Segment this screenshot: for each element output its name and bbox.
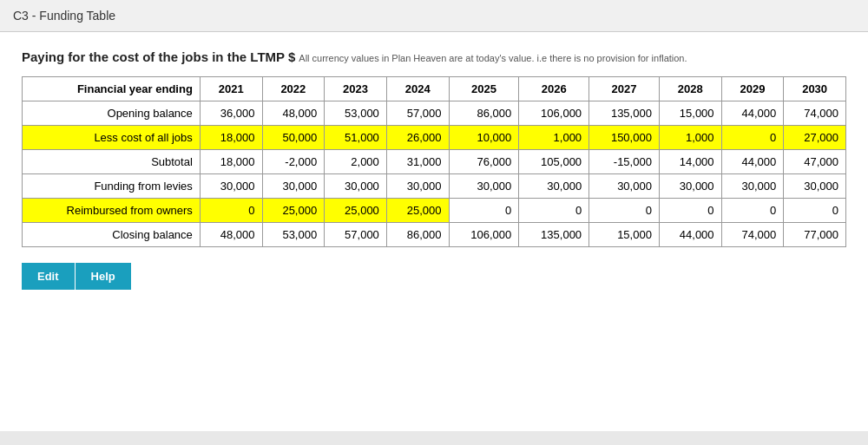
col-header-year: 2022 [262, 77, 325, 101]
edit-button[interactable]: Edit [22, 263, 75, 290]
table-cell: -2,000 [262, 150, 325, 174]
table-cell: 36,000 [200, 101, 262, 126]
table-cell: 0 [519, 199, 589, 223]
table-cell: 53,000 [325, 101, 387, 126]
table-cell: 30,000 [721, 174, 784, 199]
table-cell: -15,000 [589, 150, 660, 174]
row-label: Reimbursed from owners [23, 199, 201, 223]
table-cell: 44,000 [721, 101, 784, 126]
col-header-year: 2027 [589, 77, 660, 101]
table-cell: 30,000 [325, 174, 387, 199]
table-cell: 86,000 [449, 101, 519, 126]
table-cell: 0 [449, 199, 519, 223]
table-cell: 76,000 [449, 150, 519, 174]
table-cell: 18,000 [200, 150, 262, 174]
table-row: Reimbursed from owners025,00025,00025,00… [23, 199, 846, 223]
table-cell: 0 [784, 199, 846, 223]
table-cell: 47,000 [784, 150, 846, 174]
table-cell: 57,000 [325, 223, 387, 247]
action-buttons: Edit Help [22, 263, 846, 290]
table-cell: 1,000 [659, 126, 721, 150]
table-cell: 25,000 [325, 199, 387, 223]
table-cell: 27,000 [784, 126, 846, 150]
col-header-year: 2030 [784, 77, 846, 101]
table-cell: 18,000 [200, 126, 262, 150]
table-cell: 150,000 [589, 126, 660, 150]
table-cell: 2,000 [325, 150, 387, 174]
table-cell: 30,000 [262, 174, 325, 199]
table-row: Subtotal18,000-2,0002,00031,00076,000105… [23, 150, 846, 174]
table-cell: 44,000 [721, 150, 784, 174]
table-cell: 30,000 [519, 174, 589, 199]
table-cell: 135,000 [519, 223, 589, 247]
row-label: Less cost of all jobs [23, 126, 201, 150]
table-row: Opening balance36,00048,00053,00057,0008… [23, 101, 846, 126]
col-header-year: 2025 [449, 77, 519, 101]
table-cell: 30,000 [386, 174, 449, 199]
table-cell: 105,000 [519, 150, 589, 174]
table-cell: 0 [589, 199, 660, 223]
table-cell: 25,000 [386, 199, 449, 223]
main-content: Paying for the cost of the jobs in the L… [0, 32, 868, 431]
table-cell: 53,000 [262, 223, 325, 247]
col-header-year: 2028 [659, 77, 721, 101]
table-row: Funding from levies30,00030,00030,00030,… [23, 174, 846, 199]
table-cell: 57,000 [386, 101, 449, 126]
col-header-year: 2029 [721, 77, 784, 101]
table-cell: 30,000 [200, 174, 262, 199]
title-bar: C3 - Funding Table [0, 0, 868, 32]
page-title: C3 - Funding Table [13, 9, 115, 23]
col-header-year: 2021 [200, 77, 262, 101]
table-cell: 44,000 [659, 223, 721, 247]
row-label: Subtotal [23, 150, 201, 174]
heading-row: Paying for the cost of the jobs in the L… [22, 49, 846, 64]
table-cell: 48,000 [200, 223, 262, 247]
table-cell: 31,000 [386, 150, 449, 174]
table-cell: 1,000 [519, 126, 589, 150]
col-header-year: 2026 [519, 77, 589, 101]
table-cell: 48,000 [262, 101, 325, 126]
table-cell: 15,000 [589, 223, 660, 247]
col-header-label: Financial year ending [23, 77, 201, 101]
table-cell: 106,000 [449, 223, 519, 247]
col-header-year: 2024 [386, 77, 449, 101]
table-row: Less cost of all jobs18,00050,00051,0002… [23, 126, 846, 150]
col-header-year: 2023 [325, 77, 387, 101]
table-cell: 106,000 [519, 101, 589, 126]
funding-table: Financial year ending2021202220232024202… [22, 76, 846, 247]
table-cell: 74,000 [784, 101, 846, 126]
table-cell: 0 [200, 199, 262, 223]
table-cell: 26,000 [386, 126, 449, 150]
table-cell: 77,000 [784, 223, 846, 247]
table-cell: 50,000 [262, 126, 325, 150]
table-header-row: Financial year ending2021202220232024202… [23, 77, 846, 101]
help-button[interactable]: Help [75, 263, 131, 290]
table-cell: 30,000 [589, 174, 660, 199]
heading-sub: All currency values in Plan Heaven are a… [299, 53, 687, 63]
table-cell: 51,000 [325, 126, 387, 150]
heading-main: Paying for the cost of the jobs in the L… [22, 49, 295, 64]
row-label: Opening balance [23, 101, 201, 126]
table-cell: 30,000 [784, 174, 846, 199]
table-cell: 14,000 [659, 150, 721, 174]
table-cell: 135,000 [589, 101, 660, 126]
row-label: Closing balance [23, 223, 201, 247]
table-cell: 30,000 [659, 174, 721, 199]
table-cell: 0 [721, 199, 784, 223]
table-cell: 86,000 [386, 223, 449, 247]
table-cell: 74,000 [721, 223, 784, 247]
table-row: Closing balance48,00053,00057,00086,0001… [23, 223, 846, 247]
table-cell: 0 [721, 126, 784, 150]
row-label: Funding from levies [23, 174, 201, 199]
table-cell: 15,000 [659, 101, 721, 126]
table-cell: 25,000 [262, 199, 325, 223]
table-cell: 0 [659, 199, 721, 223]
table-cell: 10,000 [449, 126, 519, 150]
table-cell: 30,000 [449, 174, 519, 199]
